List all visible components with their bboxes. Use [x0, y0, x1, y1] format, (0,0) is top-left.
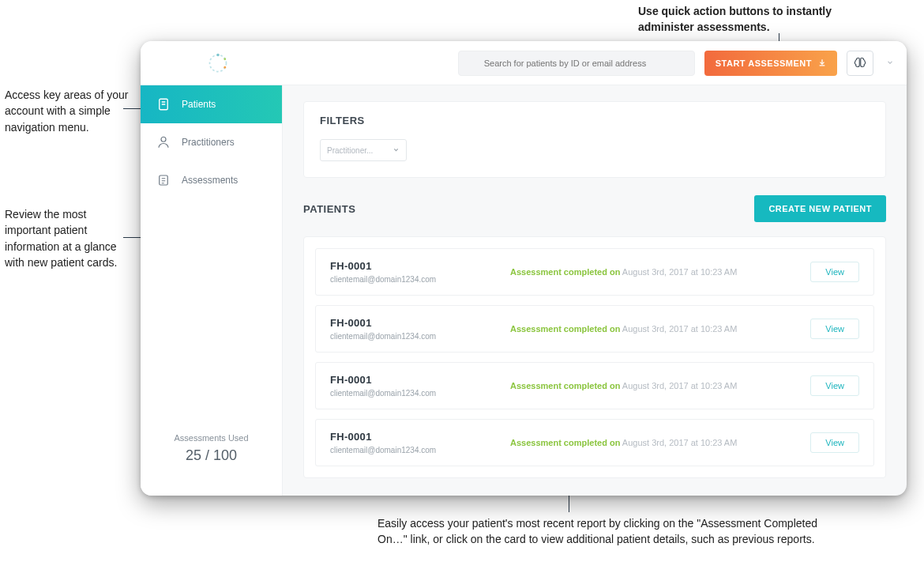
- annotation-left-cards: Review the most important patient inform…: [5, 206, 131, 270]
- svg-point-3: [223, 66, 226, 68]
- chevron-down-icon[interactable]: [886, 58, 894, 69]
- practitioner-filter-select[interactable]: Practitioner...: [320, 139, 407, 161]
- assessments-icon: [155, 173, 172, 187]
- status-text: Assessment completed on: [510, 267, 620, 277]
- sidebar-item-label: Assessments: [182, 175, 238, 186]
- patient-card[interactable]: FH-0001 clientemail@domain1234.com Asses…: [315, 248, 874, 296]
- filters-title: FILTERS: [304, 102, 885, 139]
- patient-id: FH-0001: [330, 317, 496, 329]
- view-button[interactable]: View: [810, 375, 859, 396]
- patient-card[interactable]: FH-0001 clientemail@domain1234.com Asses…: [315, 362, 874, 409]
- brain-icon: [853, 56, 867, 70]
- annotation-left-nav: Access key areas of your account with a …: [5, 87, 131, 135]
- logo: [153, 52, 283, 74]
- patients-section: PATIENTS CREATE NEW PATIENT FH-0001 clie…: [303, 195, 886, 478]
- start-assessment-label: START ASSESSMENT: [716, 58, 812, 68]
- topbar: START ASSESSMENT: [141, 41, 907, 85]
- patient-status[interactable]: Assessment completed on August 3rd, 2017…: [510, 267, 796, 277]
- svg-point-7: [161, 137, 166, 141]
- patient-id: FH-0001: [330, 374, 496, 386]
- patient-status[interactable]: Assessment completed on August 3rd, 2017…: [510, 324, 796, 334]
- content-area: FILTERS Practitioner... PATIENTS CREATE …: [283, 85, 907, 496]
- create-new-patient-button[interactable]: CREATE NEW PATIENT: [754, 195, 886, 222]
- patient-email: clientemail@domain1234.com: [330, 446, 496, 454]
- patient-id: FH-0001: [330, 260, 496, 272]
- svg-point-2: [223, 58, 226, 60]
- start-assessment-button[interactable]: START ASSESSMENT: [704, 51, 837, 76]
- status-date: August 3rd, 2017 at 10:23 AM: [622, 381, 738, 390]
- status-date: August 3rd, 2017 at 10:23 AM: [622, 324, 738, 334]
- patients-list: FH-0001 clientemail@domain1234.com Asses…: [303, 236, 886, 478]
- sidebar-item-label: Patients: [182, 99, 216, 110]
- svg-point-0: [210, 55, 227, 71]
- download-icon: [818, 58, 826, 68]
- app-body: Patients Practitioners Assessments Asses…: [141, 85, 907, 496]
- status-date: August 3rd, 2017 at 10:23 AM: [622, 438, 738, 447]
- sidebar: Patients Practitioners Assessments Asses…: [141, 85, 283, 496]
- view-button[interactable]: View: [810, 432, 859, 453]
- status-text: Assessment completed on: [510, 438, 620, 447]
- patient-email: clientemail@domain1234.com: [330, 332, 496, 341]
- sidebar-item-practitioners[interactable]: Practitioners: [141, 123, 282, 161]
- usage-label: Assessments Used: [148, 433, 274, 443]
- chevron-down-icon: [393, 146, 400, 155]
- patients-icon: [155, 97, 172, 111]
- patient-id: FH-0001: [330, 431, 496, 443]
- usage-count: 25 / 100: [148, 447, 274, 464]
- patients-title: PATIENTS: [303, 203, 355, 215]
- view-button[interactable]: View: [810, 319, 859, 339]
- practitioner-filter-label: Practitioner...: [327, 146, 373, 155]
- patient-email: clientemail@domain1234.com: [330, 275, 496, 284]
- status-date: August 3rd, 2017 at 10:23 AM: [622, 267, 738, 277]
- sidebar-item-patients[interactable]: Patients: [141, 85, 282, 123]
- search-box: [458, 51, 695, 76]
- brain-button[interactable]: [847, 51, 873, 76]
- status-text: Assessment completed on: [510, 324, 620, 334]
- patient-email: clientemail@domain1234.com: [330, 389, 496, 398]
- search-input[interactable]: [458, 51, 695, 76]
- status-text: Assessment completed on: [510, 381, 620, 390]
- svg-point-1: [216, 53, 220, 56]
- logo-icon: [207, 52, 229, 74]
- usage-meter: Assessments Used 25 / 100: [141, 409, 282, 496]
- patient-status[interactable]: Assessment completed on August 3rd, 2017…: [510, 438, 796, 447]
- practitioners-icon: [155, 135, 172, 149]
- annotation-bottom: Easily access your patient's most recent…: [377, 515, 820, 548]
- annotation-top: Use quick action buttons to instantly ad…: [638, 3, 875, 36]
- view-button[interactable]: View: [810, 262, 859, 282]
- filters-panel: FILTERS Practitioner...: [303, 101, 886, 178]
- sidebar-item-assessments[interactable]: Assessments: [141, 161, 282, 199]
- patient-card[interactable]: FH-0001 clientemail@domain1234.com Asses…: [315, 419, 874, 466]
- patient-status[interactable]: Assessment completed on August 3rd, 2017…: [510, 381, 796, 390]
- patient-card[interactable]: FH-0001 clientemail@domain1234.com Asses…: [315, 305, 874, 353]
- app-window: START ASSESSMENT Patients: [141, 41, 907, 496]
- sidebar-item-label: Practitioners: [182, 137, 235, 148]
